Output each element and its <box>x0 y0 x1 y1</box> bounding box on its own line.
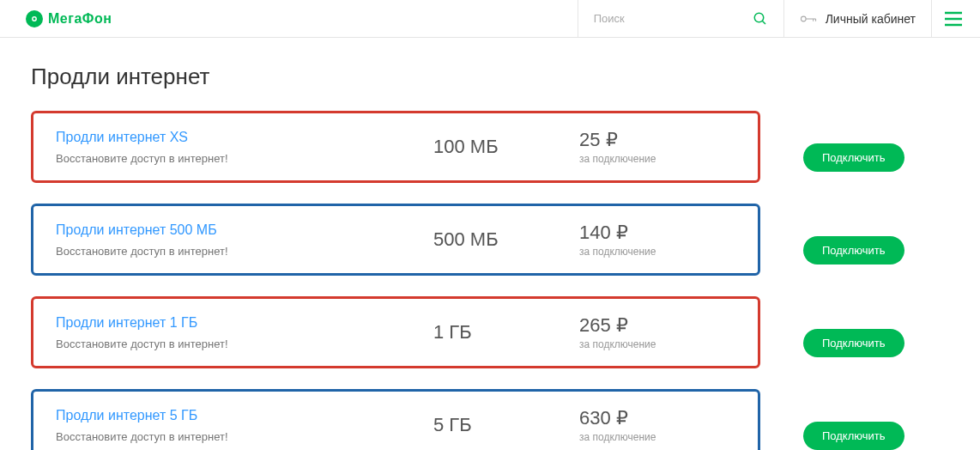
plan-info: Продли интернет 1 ГБВосстановите доступ … <box>56 315 433 350</box>
plan-title-link[interactable]: Продли интернет 1 ГБ <box>56 315 433 331</box>
personal-cabinet-link[interactable]: Личный кабинет <box>783 0 931 37</box>
content: Продли интернет Продли интернет XSВосста… <box>0 38 980 450</box>
logo[interactable]: МегаФон <box>26 10 112 27</box>
svg-point-4 <box>801 16 806 21</box>
plan-card: Продли интернет 500 МБВосстановите досту… <box>31 204 760 276</box>
cabinet-label: Личный кабинет <box>826 12 916 26</box>
plan-row: Продли интернет 500 МБВосстановите досту… <box>31 204 949 296</box>
connect-button[interactable]: Подключить <box>803 236 904 265</box>
plan-amount: 1 ГБ <box>433 321 579 344</box>
plan-price: 265 ₽ <box>579 314 708 337</box>
plan-amount: 100 МБ <box>433 136 579 158</box>
plan-info: Продли интернет 5 ГБВосстановите доступ … <box>56 408 433 443</box>
search-input[interactable] <box>594 12 731 25</box>
plan-subtitle: Восстановите доступ в интернет! <box>56 152 433 165</box>
svg-point-2 <box>754 13 764 22</box>
plan-price-sub: за подключение <box>579 246 708 258</box>
plan-card: Продли интернет XSВосстановите доступ в … <box>31 111 760 183</box>
plan-price-block: 25 ₽за подключение <box>579 129 708 165</box>
plan-subtitle: Восстановите доступ в интернет! <box>56 338 433 350</box>
plan-price: 630 ₽ <box>579 407 708 429</box>
plan-title-link[interactable]: Продли интернет 500 МБ <box>56 222 433 238</box>
plan-title-link[interactable]: Продли интернет 5 ГБ <box>56 408 433 423</box>
plan-row: Продли интернет 1 ГБВосстановите доступ … <box>31 296 949 389</box>
page-title: Продли интернет <box>31 64 949 90</box>
plans-list: Продли интернет XSВосстановите доступ в … <box>31 111 949 450</box>
plan-price-sub: за подключение <box>579 153 708 165</box>
connect-button[interactable]: Подключить <box>803 422 904 450</box>
key-icon <box>800 13 817 25</box>
plan-row: Продли интернет 5 ГБВосстановите доступ … <box>31 389 949 450</box>
svg-point-1 <box>33 17 36 20</box>
header: МегаФон Личный кабинет <box>0 0 980 38</box>
plan-amount: 5 ГБ <box>433 414 579 436</box>
plan-card: Продли интернет 1 ГБВосстановите доступ … <box>31 296 760 368</box>
plan-price: 25 ₽ <box>579 129 708 151</box>
plan-info: Продли интернет 500 МБВосстановите досту… <box>56 222 433 258</box>
search-box <box>578 0 783 37</box>
plan-subtitle: Восстановите доступ в интернет! <box>56 430 433 443</box>
plan-title-link[interactable]: Продли интернет XS <box>56 130 433 145</box>
plan-info: Продли интернет XSВосстановите доступ в … <box>56 130 433 165</box>
search-icon[interactable] <box>753 11 768 27</box>
plan-price-block: 265 ₽за подключение <box>579 314 708 350</box>
plan-subtitle: Восстановите доступ в интернет! <box>56 245 433 258</box>
hamburger-icon <box>944 11 963 27</box>
svg-line-3 <box>762 21 765 24</box>
brand-text: МегаФон <box>48 11 112 27</box>
plan-amount: 500 МБ <box>433 228 579 251</box>
menu-button[interactable] <box>931 0 963 37</box>
connect-button[interactable]: Подключить <box>803 329 904 357</box>
megafon-logo-icon <box>26 10 43 27</box>
plan-price-sub: за подключение <box>579 431 708 443</box>
plan-row: Продли интернет XSВосстановите доступ в … <box>31 111 949 204</box>
plan-price-sub: за подключение <box>579 338 708 350</box>
plan-price: 140 ₽ <box>579 222 708 244</box>
plan-price-block: 140 ₽за подключение <box>579 222 708 258</box>
connect-button[interactable]: Подключить <box>803 143 904 172</box>
plan-price-block: 630 ₽за подключение <box>579 407 708 443</box>
plan-card: Продли интернет 5 ГБВосстановите доступ … <box>31 389 760 450</box>
